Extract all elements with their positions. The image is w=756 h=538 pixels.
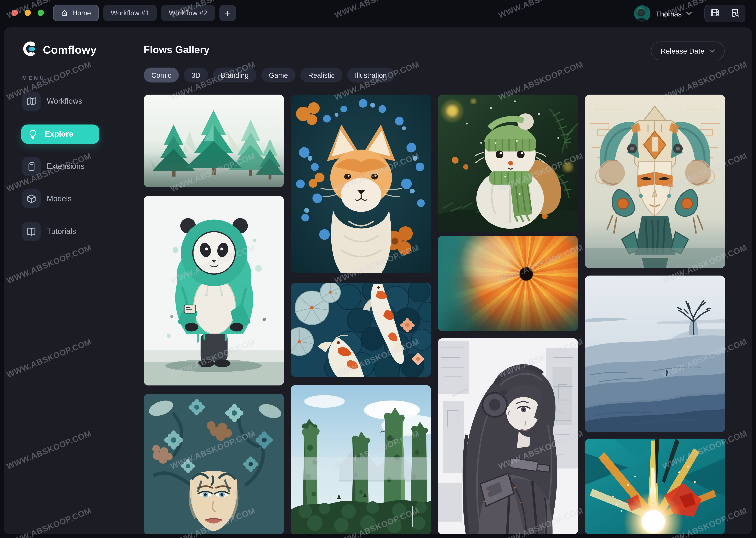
gallery-card-koi[interactable] xyxy=(291,283,431,377)
gallery-image-dahlia xyxy=(438,236,578,331)
gallery-card-fox[interactable] xyxy=(291,94,431,273)
gallery-card-flower-woman[interactable] xyxy=(144,394,284,534)
tab-bar: Home Workflow #1 Workflow #2 + xyxy=(53,5,236,21)
chip-label: Game xyxy=(269,71,288,79)
filter-chip-realistic[interactable]: Realistic xyxy=(301,68,342,82)
new-tab-button[interactable]: + xyxy=(219,5,236,21)
sidebar-item-label: Tutorials xyxy=(47,227,76,236)
sidebar: Comflowy MENU Workflows xyxy=(4,28,116,534)
sidebar-item-tutorials[interactable]: Tutorials xyxy=(4,222,116,241)
avatar[interactable] xyxy=(634,5,650,22)
gallery-card-mask[interactable] xyxy=(585,94,725,268)
media-library-button[interactable] xyxy=(705,5,725,22)
logo[interactable]: Comflowy xyxy=(23,41,97,58)
sd-card-icon xyxy=(22,157,41,176)
tab-label: Workflow #1 xyxy=(111,9,149,17)
home-icon xyxy=(61,9,69,17)
sidebar-item-label: Models xyxy=(47,194,71,203)
logo-text: Comflowy xyxy=(43,43,97,56)
book-icon xyxy=(22,222,41,241)
app-panel: Comflowy MENU Workflows xyxy=(4,27,752,534)
plus-icon: + xyxy=(225,8,230,19)
chip-label: Branding xyxy=(221,71,249,79)
chip-label: Comic xyxy=(151,71,171,79)
sidebar-item-extensions[interactable]: Extensions xyxy=(4,157,116,176)
page-title: Flows Gallery xyxy=(144,44,210,56)
gallery-card-mountains[interactable] xyxy=(291,385,431,534)
chevron-down-icon xyxy=(709,49,715,53)
lightbulb-icon xyxy=(27,129,38,139)
gallery-image-pine-forest xyxy=(144,94,284,187)
gallery-image-fox xyxy=(291,94,431,273)
gallery-image-misty-dunes xyxy=(585,276,725,432)
titlebar-right: Thomas xyxy=(634,4,745,23)
zoom-window-button[interactable] xyxy=(38,10,44,16)
sidebar-item-label: Workflows xyxy=(47,97,82,106)
gallery-card-misty-dunes[interactable] xyxy=(585,276,725,432)
main-content: Flows Gallery Release Date Comic 3D Bran… xyxy=(117,28,752,534)
titlebar: Home Workflow #1 Workflow #2 + xyxy=(0,0,756,27)
tab-workflow-2[interactable]: Workflow #2 xyxy=(161,5,215,21)
sidebar-item-models[interactable]: Models xyxy=(4,189,116,208)
titlebar-action-group xyxy=(704,5,745,22)
sort-by-release-date-button[interactable]: Release Date xyxy=(651,41,725,60)
gallery-card-dahlia[interactable] xyxy=(438,236,578,331)
user-name: Thomas xyxy=(656,10,682,18)
sidebar-item-explore[interactable]: Explore xyxy=(21,125,99,144)
filter-chip-game[interactable]: Game xyxy=(261,68,296,82)
comflowy-logo-icon xyxy=(23,41,37,58)
tab-label: Workflow #2 xyxy=(169,9,207,17)
window-controls xyxy=(12,10,44,16)
document-search-button[interactable] xyxy=(725,5,745,22)
sort-button-label: Release Date xyxy=(661,47,704,55)
filter-chip-illustration[interactable]: Illustration xyxy=(347,68,395,82)
gallery-card-cyberpunk-girl[interactable] xyxy=(438,338,578,534)
box-icon xyxy=(22,189,41,208)
filter-chip-branding[interactable]: Branding xyxy=(213,68,257,82)
gallery-image-explosion xyxy=(585,439,725,534)
app-window: Home Workflow #1 Workflow #2 + xyxy=(0,0,756,538)
gallery-image-koi xyxy=(291,283,431,377)
gallery-card-panda[interactable] xyxy=(144,196,284,386)
filter-chip-row: Comic 3D Branding Game Realistic Illustr… xyxy=(144,68,395,82)
minimize-window-button[interactable] xyxy=(25,10,31,16)
gallery-image-flower-woman xyxy=(144,394,284,534)
document-search-icon xyxy=(731,8,739,19)
chip-label: Realistic xyxy=(308,71,335,79)
gallery-image-winter-squirrel xyxy=(438,94,578,232)
tab-label: Home xyxy=(72,9,91,17)
sidebar-item-label: Explore xyxy=(45,130,73,138)
close-window-button[interactable] xyxy=(12,10,18,16)
gallery-card-explosion[interactable] xyxy=(585,439,725,534)
filter-chip-comic[interactable]: Comic xyxy=(144,68,179,82)
chevron-down-icon[interactable] xyxy=(686,12,692,16)
gallery-card-pine-forest[interactable] xyxy=(144,94,284,187)
tab-home[interactable]: Home xyxy=(53,5,99,21)
gallery-image-mask xyxy=(585,94,725,268)
gallery-card-winter-squirrel[interactable] xyxy=(438,94,578,232)
menu-section-label: MENU xyxy=(22,75,45,81)
sidebar-item-label: Extensions xyxy=(47,162,84,171)
film-icon xyxy=(710,8,719,19)
tab-workflow-1[interactable]: Workflow #1 xyxy=(103,5,157,21)
sidebar-item-workflows[interactable]: Workflows xyxy=(4,91,116,111)
gallery-image-mountains xyxy=(291,385,431,534)
filter-chip-3d[interactable]: 3D xyxy=(184,68,208,82)
chip-label: 3D xyxy=(191,71,200,79)
chip-label: Illustration xyxy=(355,71,387,79)
gallery-image-cyberpunk-girl xyxy=(438,338,578,534)
gallery-image-panda xyxy=(144,196,284,386)
map-icon xyxy=(22,91,41,111)
